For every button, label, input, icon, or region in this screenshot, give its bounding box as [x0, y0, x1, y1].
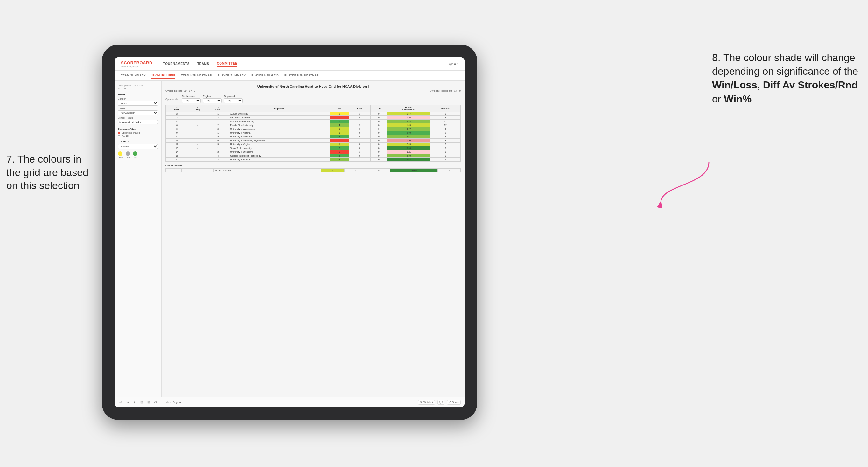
cell-opponent: University of Washington — [229, 127, 330, 131]
cell-rank: 2 — [166, 112, 188, 116]
annotation-right-bold2: Diff Av Strokes/Rnd — [763, 79, 858, 91]
cell-conf: 6 — [207, 139, 229, 143]
cell-conf: 2 — [207, 158, 229, 162]
toolbar-divider — [162, 400, 162, 405]
division-select[interactable]: NCAA Division I — [118, 111, 158, 115]
tablet-screen: SCOREBOARD Powered by clippd TOURNAMENTS… — [115, 57, 465, 407]
nav-tournaments[interactable]: TOURNAMENTS — [163, 61, 190, 67]
gender-label: Gender — [118, 97, 158, 100]
sub-nav-player-h2h-grid[interactable]: PLAYER H2H GRID — [251, 72, 279, 78]
cell-conf: 5 — [207, 135, 229, 139]
cell-tie: 0 — [371, 135, 387, 139]
copy-icon[interactable]: ⊡ — [140, 400, 144, 405]
sub-nav-team-summary[interactable]: TEAM SUMMARY — [121, 72, 146, 78]
cell-diff: 3.67 — [387, 127, 430, 131]
cell-opponent: University of Arizona — [229, 131, 330, 135]
cell-reg: - — [188, 123, 207, 127]
cell-reg: - — [188, 116, 207, 120]
ood-cell-blank3 — [197, 168, 214, 173]
sub-nav-team-h2h-heatmap[interactable]: TEAM H2H HEATMAP — [181, 72, 212, 78]
cell-rank: 10 — [166, 135, 188, 139]
main-content: Last Updated: 27/03/2024 16:55:38 Team G… — [115, 81, 465, 397]
cell-win: 3 — [330, 158, 349, 162]
radio-dot-opponents — [118, 132, 120, 134]
table-row: 12 - 3 University of Virginia 1 0 0 2.33… — [166, 143, 461, 146]
view-original[interactable]: View: Original — [166, 401, 181, 404]
sign-out-link[interactable]: Sign out — [444, 62, 458, 65]
clock-icon[interactable]: ⏱ — [153, 400, 158, 405]
cell-loss: 0 — [349, 143, 371, 146]
opponent-filter: Opponent (All) — [224, 95, 243, 103]
cell-tie: 0 — [371, 146, 387, 150]
left-panel: Last Updated: 27/03/2024 16:55:38 Team G… — [115, 81, 162, 397]
colour-by-label: Colour by — [118, 140, 158, 143]
cell-rank: 4 — [166, 120, 188, 123]
cell-conf: 2 — [207, 150, 229, 154]
cell-opponent: Texas Tech University — [229, 146, 330, 150]
timestamp: Last Updated: 27/03/2024 16:55:38 — [118, 84, 158, 90]
sub-nav-team-h2h-grid[interactable]: TEAM H2H GRID — [151, 72, 175, 79]
legend-label-down: Down — [118, 157, 123, 159]
sub-nav: TEAM SUMMARY TEAM H2H GRID TEAM H2H HEAT… — [115, 71, 465, 81]
grid-title: University of North Carolina Head-to-Hea… — [165, 85, 461, 88]
cell-reg: - — [188, 120, 207, 123]
opponent-select[interactable]: (All) — [224, 98, 243, 103]
cell-reg: - — [188, 146, 207, 150]
cell-win: 1 — [330, 143, 349, 146]
watch-button[interactable]: 👁 Watch ▾ — [418, 400, 435, 405]
table-row: 10 - 5 University of Alabama 3 0 0 2.61 … — [166, 135, 461, 139]
cell-win: 4 — [330, 123, 349, 127]
table-row: 9 - 1 University of Arizona 1 0 0 9.00 2 — [166, 131, 461, 135]
tablet-frame: SCOREBOARD Powered by clippd TOURNAMENTS… — [102, 44, 477, 420]
paste-icon[interactable]: ⊞ — [146, 400, 151, 405]
legend-down: Down — [118, 151, 123, 159]
annotation-right: 8. The colour shade will change dependin… — [712, 51, 859, 106]
radio-opponents-played[interactable]: Opponents Played — [118, 132, 158, 134]
cell-win: 0 — [330, 139, 349, 143]
cell-diff: 1.83 — [387, 123, 430, 127]
opponents-filter-label: Opponents: — [165, 98, 179, 100]
cell-opponent: Auburn University — [229, 112, 330, 116]
redo-icon[interactable]: ↪ — [125, 400, 130, 405]
cell-opponent: Georgia Institute of Technology — [229, 154, 330, 158]
nav-committee[interactable]: COMMITTEE — [217, 60, 238, 67]
gender-select[interactable]: Men's — [118, 101, 158, 105]
col-win: Win — [330, 105, 349, 112]
division-label: Division — [118, 107, 158, 110]
cell-tie: 0 — [371, 120, 387, 123]
cell-rounds: 17 — [430, 120, 460, 123]
sub-nav-player-h2h-heatmap[interactable]: PLAYER H2H HEATMAP — [284, 72, 319, 78]
share-button[interactable]: ↗ Share — [447, 400, 461, 405]
school-input[interactable] — [118, 120, 158, 124]
cell-tie: 0 — [371, 116, 387, 120]
col-rounds: Rounds — [430, 105, 460, 112]
radio-label-opponents: Opponents Played — [122, 132, 140, 134]
cell-win: 0 — [330, 116, 349, 120]
col-reg: #Reg — [188, 105, 207, 112]
annotation-right-text2: , — [757, 79, 763, 91]
sub-nav-player-summary[interactable]: PLAYER SUMMARY — [218, 72, 246, 78]
cell-rank: 6 — [166, 123, 188, 127]
conference-select[interactable]: (All) — [182, 98, 201, 103]
cell-loss: 0 — [349, 131, 371, 135]
cell-opponent: University of Alabama — [229, 135, 330, 139]
opponent-filter-label: Opponent — [224, 95, 243, 98]
step-back-icon[interactable]: ⟨ — [132, 400, 137, 405]
comment-button[interactable]: 💬 — [437, 400, 444, 405]
ood-cell-diff: 26.00 — [391, 168, 438, 173]
cell-rounds: 3 — [430, 143, 460, 146]
nav-teams[interactable]: TEAMS — [197, 61, 209, 67]
table-row: 14 - 2 University of Oklahoma 0 1 0 -1.0… — [166, 150, 461, 154]
cell-rounds: 8 — [430, 135, 460, 139]
cell-reg: - — [188, 112, 207, 116]
col-tie: Tie — [371, 105, 387, 112]
colour-by-select[interactable]: Win/loss — [118, 144, 158, 149]
region-select[interactable]: (All) — [203, 98, 222, 103]
radio-top100[interactable]: Top 100 — [118, 135, 158, 137]
table-row: 8 - 2 University of Washington 1 0 0 3.6… — [166, 127, 461, 131]
grid-subtitle-row: Overall Record: 89 - 17 - 0 Division Rec… — [165, 89, 461, 92]
cell-reg: - — [188, 150, 207, 154]
cell-tie: 0 — [371, 154, 387, 158]
cell-rounds: 3 — [430, 127, 460, 131]
undo-icon[interactable]: ↩ — [118, 400, 123, 405]
